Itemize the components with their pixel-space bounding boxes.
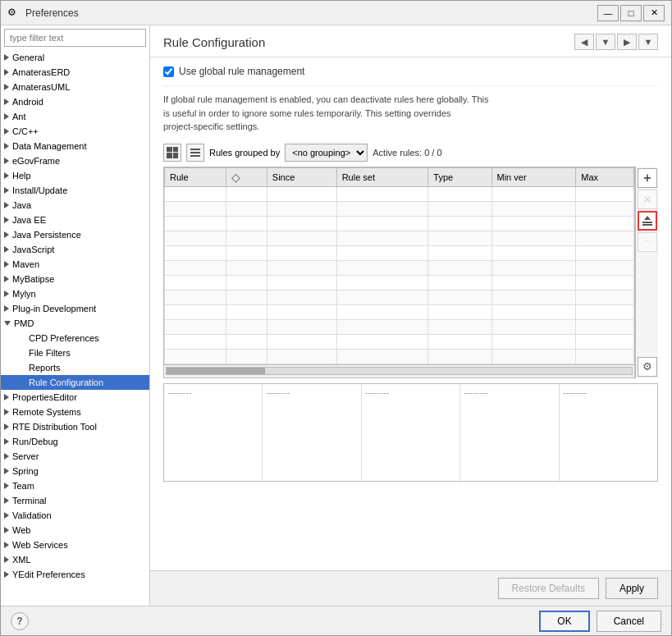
close-button[interactable]: ✕ [643, 5, 665, 21]
right-panel: Rule Configuration ◀ ▼ ▶ ▼ Use global ru… [150, 25, 671, 606]
tree-item-web-services[interactable]: Web Services [1, 538, 149, 552]
tree-arrow-run-debug [4, 438, 9, 445]
tree-arrow-amaterasuml [4, 84, 9, 90]
tree-item-rte-distribution[interactable]: RTE Distribution Tool [1, 419, 149, 434]
nav-dropdown-button[interactable]: ▼ [596, 34, 615, 50]
tree-item-pmd[interactable]: PMD [1, 316, 149, 331]
tree-item-maven[interactable]: Maven [1, 257, 149, 272]
help-button[interactable]: ? [11, 612, 29, 630]
tree-item-rule-config[interactable]: Rule Configuration [1, 375, 149, 390]
restore-defaults-button[interactable]: Restore Defaults [498, 578, 599, 599]
tree-item-mybatipse[interactable]: MyBatipse [1, 272, 149, 286]
ok-button[interactable]: OK [539, 611, 589, 632]
tree-item-help[interactable]: Help [1, 168, 149, 183]
tree-item-mylyn[interactable]: Mylyn [1, 286, 149, 301]
scrollbar-track[interactable] [166, 367, 633, 375]
tree-item-properties-editor[interactable]: PropertiesEditor [1, 390, 149, 405]
tree-item-run-debug[interactable]: Run/Debug [1, 434, 149, 449]
tree-item-ant[interactable]: Ant [1, 109, 149, 124]
global-rule-checkbox[interactable] [163, 66, 174, 77]
table-header-row: Rule ◇ Since Rule set Type Min ver Max [165, 167, 634, 186]
view-list-button[interactable] [186, 144, 204, 162]
view-grid-button[interactable] [163, 144, 181, 162]
tree-label-java: Java [12, 200, 31, 210]
footer: ? OK Cancel [1, 606, 671, 635]
tree-item-java-ee[interactable]: Java EE [1, 213, 149, 227]
table-row [165, 304, 634, 319]
tree-item-yedit-prefs[interactable]: YEdit Preferences [1, 567, 149, 582]
tree-item-amaterasuml[interactable]: AmaterasUML [1, 80, 149, 94]
horizontal-scrollbar[interactable] [164, 364, 634, 377]
tree-arrow-server [4, 453, 9, 460]
tree-arrow-mybatipse [4, 276, 9, 282]
active-rules-label: Active rules: 0 / 0 [373, 148, 441, 158]
tree-arrow-rte-distribution [4, 423, 9, 430]
window-icon: ⚙ [7, 7, 21, 20]
tree-arrow-pmd [4, 321, 11, 326]
tree-arrow-plugin-dev [4, 305, 9, 312]
detail-columns: -------- -------- -------- -------- ---- [164, 384, 657, 481]
tree-label-javascript: JavaScript [12, 245, 54, 254]
tree-arrow-yedit-prefs [4, 571, 9, 578]
remove-rule-button[interactable]: ✕ [638, 190, 657, 209]
minimize-button[interactable]: — [597, 5, 619, 21]
left-panel: GeneralAmaterasERDAmaterasUMLAndroidAntC… [1, 25, 150, 606]
table-row [165, 231, 634, 245]
tree-item-cpp[interactable]: C/C++ [1, 124, 149, 139]
rule-table-container: Rule ◇ Since Rule set Type Min ver Max [163, 167, 635, 378]
tree-label-data-mgmt: Data Management [12, 141, 87, 151]
tree-arrow-java [4, 202, 9, 208]
cancel-button[interactable]: Cancel [597, 611, 661, 632]
tree-item-general[interactable]: General [1, 50, 149, 65]
groupby-select[interactable]: <no grouping> Rule set Type [285, 144, 368, 162]
table-options-button[interactable]: ⋯ [638, 232, 657, 252]
tree-label-cpd-prefs: CPD Preferences [29, 333, 99, 343]
tree-item-install-update[interactable]: Install/Update [1, 183, 149, 198]
tree-arrow-general [4, 54, 9, 61]
apply-button[interactable]: Apply [606, 578, 658, 599]
col-minver: Min ver [491, 167, 576, 186]
tree-item-server[interactable]: Server [1, 449, 149, 464]
tree-item-remote-systems[interactable]: Remote Systems [1, 405, 149, 419]
nav-back-button[interactable]: ◀ [574, 34, 594, 50]
tree-item-web[interactable]: Web [1, 523, 149, 538]
nav-forward-dropdown-button[interactable]: ▼ [638, 34, 658, 50]
tree-item-file-filters[interactable]: File Filters [1, 345, 149, 360]
tree-arrow-data-mgmt [4, 143, 9, 149]
window-title: Preferences [25, 7, 597, 19]
tree-item-spring[interactable]: Spring [1, 464, 149, 478]
rule-table-body [165, 186, 634, 364]
tree-arrow-xml [4, 556, 9, 563]
table-row [165, 216, 634, 231]
tree-item-cpd-prefs[interactable]: CPD Preferences [1, 331, 149, 345]
tree-item-xml[interactable]: XML [1, 552, 149, 567]
nav-forward-button[interactable]: ▶ [617, 34, 637, 50]
table-row [165, 349, 634, 364]
filter-input[interactable] [4, 29, 146, 47]
tree-label-pmd: PMD [14, 318, 34, 328]
tree-item-plugin-dev[interactable]: Plug-in Development [1, 301, 149, 316]
tree-label-mylyn: Mylyn [12, 289, 36, 299]
tree-item-javascript[interactable]: JavaScript [1, 242, 149, 257]
tree-item-amateraserd[interactable]: AmaterasERD [1, 65, 149, 80]
col-diamond: ◇ [226, 167, 267, 186]
list-icon [190, 149, 200, 157]
tree-item-egovframe[interactable]: eGovFrame [1, 153, 149, 168]
tree-item-java-persistence[interactable]: Java Persistence [1, 227, 149, 242]
tree-item-reports[interactable]: Reports [1, 360, 149, 375]
tree-item-validation[interactable]: Validation [1, 508, 149, 523]
tree-item-terminal[interactable]: Terminal [1, 493, 149, 508]
ok-cancel-buttons: OK Cancel [539, 611, 661, 632]
tree-item-java[interactable]: Java [1, 198, 149, 213]
tree-item-android[interactable]: Android [1, 94, 149, 109]
settings-button[interactable]: ⚙ [638, 357, 657, 377]
tree-label-rule-config: Rule Configuration [29, 377, 103, 387]
tree-item-data-mgmt[interactable]: Data Management [1, 139, 149, 153]
tree-item-team[interactable]: Team [1, 478, 149, 493]
maximize-button[interactable]: □ [620, 5, 642, 21]
add-rule-button[interactable]: + [638, 168, 657, 188]
scrollbar-thumb[interactable] [167, 368, 265, 374]
import-rule-button[interactable] [638, 211, 657, 231]
col-max: Max [576, 167, 634, 186]
tree-label-general: General [12, 53, 44, 62]
